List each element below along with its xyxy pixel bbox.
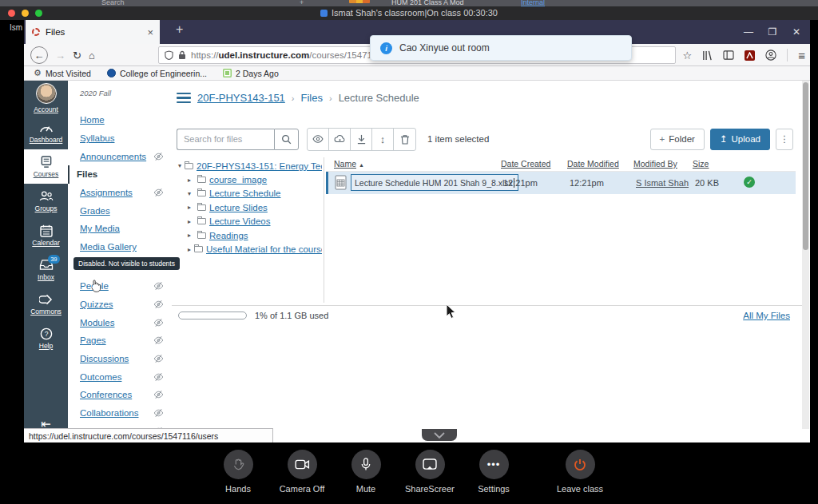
sidebar-toggle-icon[interactable]	[723, 50, 734, 60]
tree-folder[interactable]: ▸ course_image	[172, 173, 322, 186]
tree-folder-label[interactable]: Readings	[209, 231, 248, 240]
published-check-icon[interactable]: ✓	[744, 177, 755, 188]
bookmark-2-days-ago[interactable]: 2 Days Ago	[223, 69, 279, 78]
raise-hand-control[interactable]: Hands	[210, 450, 266, 494]
bookmark-college[interactable]: College of Engineerin...	[107, 69, 207, 78]
course-nav-item[interactable]: My Media	[68, 220, 172, 238]
tree-folder[interactable]: ▾ Lecture Schedule	[172, 187, 322, 200]
sidebar-item-account[interactable]: Account	[24, 81, 68, 115]
page-vertical-scrollbar[interactable]	[802, 81, 809, 429]
tree-root-folder[interactable]: ▾ 20F-PHYS143-151: Energy Technolog	[172, 159, 322, 173]
course-nav-item[interactable]: Quizzes	[68, 296, 172, 314]
scrollbar-thumb[interactable]	[803, 82, 808, 250]
caret-icon[interactable]: ▸	[188, 232, 194, 239]
course-nav-item[interactable]: Collaborations	[68, 404, 172, 423]
course-nav-item[interactable]: Conferences	[68, 386, 172, 404]
menu-icon[interactable]: ≡	[798, 49, 805, 62]
close-icon[interactable]: ✕	[783, 20, 810, 44]
lock-icon[interactable]	[178, 50, 186, 60]
table-row[interactable]: Lecture Schedule HUM 201 Shah 9_8.xlsx 1…	[326, 172, 796, 194]
tab-close-icon[interactable]: ×	[147, 26, 153, 38]
tree-folder-label[interactable]: Lecture Slides	[209, 203, 268, 212]
caret-icon[interactable]: ▾	[178, 162, 181, 169]
back-button[interactable]: ←	[30, 46, 48, 64]
sidebar-item-help[interactable]: ? Help	[24, 321, 68, 355]
tracking-shield-icon[interactable]	[165, 50, 173, 60]
restrict-access-button[interactable]	[329, 129, 351, 150]
tree-folder[interactable]: ▸ Useful Material for the course	[172, 242, 322, 256]
course-nav-item[interactable]: Discussions	[68, 350, 172, 368]
course-nav-item[interactable]: Announcements	[68, 147, 172, 165]
minimize-icon[interactable]: —	[735, 20, 762, 44]
breadcrumb-course[interactable]: 20F-PHYS143-151	[197, 92, 285, 104]
tree-folder-label[interactable]: Useful Material for the course	[206, 244, 322, 254]
caret-icon[interactable]: ▸	[188, 177, 194, 184]
tree-root-label[interactable]: 20F-PHYS143-151: Energy Technolog	[197, 161, 322, 171]
sidebar-item-calendar[interactable]: Calendar	[24, 218, 68, 252]
more-options-button[interactable]: ⋮	[776, 129, 793, 150]
share-screen-control[interactable]: ShareScreen	[402, 450, 458, 494]
sidebar-item-dashboard[interactable]: Dashboard	[24, 115, 68, 149]
column-header-date-modified[interactable]: Date Modified	[567, 159, 619, 169]
tree-folder-label[interactable]: Lecture Schedule	[209, 189, 281, 198]
course-nav-item[interactable]: Grades	[68, 201, 172, 220]
settings-control[interactable]: ••• Settings	[466, 450, 522, 494]
reload-button[interactable]: ↻	[73, 50, 81, 62]
sidebar-item-courses[interactable]: Courses	[24, 149, 68, 184]
browser-tab-files[interactable]: Files ×	[26, 20, 160, 44]
adobe-extension-icon[interactable]	[745, 50, 755, 61]
url-text[interactable]: https://udel.instructure.com/courses/154…	[191, 50, 387, 60]
course-nav-item[interactable]: Home	[68, 111, 172, 129]
breadcrumb-files[interactable]: Files	[301, 92, 323, 104]
restore-icon[interactable]: ❐	[759, 20, 786, 44]
mute-control[interactable]: Mute	[338, 450, 394, 494]
notification-toast[interactable]: i Cao Xinyue out room	[370, 35, 632, 61]
caret-icon[interactable]: ▸	[188, 218, 194, 225]
search-input[interactable]	[177, 129, 274, 150]
caret-icon[interactable]: ▸	[188, 204, 194, 211]
sidebar-item-commons[interactable]: Commons	[24, 287, 68, 321]
camera-control[interactable]: Camera Off	[274, 450, 330, 494]
modified-by-cell[interactable]: S Ismat Shah	[636, 178, 689, 188]
course-nav-item[interactable]: Pages	[68, 331, 172, 350]
course-nav-item[interactable]: Modules	[68, 313, 172, 331]
delete-button[interactable]	[394, 129, 415, 150]
tree-folder-label[interactable]: Lecture Videos	[209, 216, 271, 226]
move-button[interactable]: ↕	[372, 129, 394, 150]
caret-icon[interactable]: ▾	[188, 190, 194, 197]
course-nav-item[interactable]: Files	[68, 165, 172, 184]
leave-class-control[interactable]: Leave class	[552, 450, 608, 494]
course-nav-item[interactable]: Media Gallery	[68, 238, 172, 256]
download-button[interactable]	[351, 129, 372, 150]
forward-button[interactable]: →	[55, 50, 66, 62]
all-my-files-link[interactable]: All My Files	[743, 311, 790, 320]
upload-button[interactable]: ↥Upload	[710, 129, 770, 150]
account-icon[interactable]	[765, 50, 776, 61]
course-nav-item[interactable]: Outcomes	[68, 367, 172, 386]
bookmark-most-visited[interactable]: ⚙Most Visited	[34, 68, 91, 78]
new-tab-button[interactable]: +	[169, 22, 189, 37]
tree-folder[interactable]: ▸ Lecture Videos	[172, 215, 322, 228]
bookmark-star-icon[interactable]: ☆	[683, 50, 693, 62]
add-folder-button[interactable]: +Folder	[650, 129, 705, 150]
tree-folder[interactable]: ▸ Readings	[172, 228, 322, 242]
column-header-date-created[interactable]: Date Created	[501, 159, 550, 169]
sidebar-item-groups[interactable]: Groups	[24, 184, 68, 218]
tree-folder[interactable]: ▸ Lecture Slides	[172, 200, 322, 214]
file-name-edit-field[interactable]: Lecture Schedule HUM 201 Shah 9_8.xlsx	[351, 174, 518, 191]
library-icon[interactable]	[702, 50, 713, 61]
course-menu-icon[interactable]	[177, 93, 191, 104]
course-nav-item[interactable]: Syllabus	[68, 129, 172, 148]
caret-icon[interactable]: ▸	[188, 246, 191, 253]
preview-button[interactable]	[308, 129, 329, 150]
column-header-size[interactable]: Size	[693, 159, 709, 169]
toolbar-collapse-tab[interactable]	[422, 429, 457, 441]
search-button[interactable]	[274, 129, 299, 150]
tree-folder-label[interactable]: course_image	[209, 175, 267, 185]
course-nav-item[interactable]: Assignments	[68, 184, 172, 202]
home-button[interactable]: ⌂	[89, 50, 95, 62]
column-header-modified-by[interactable]: Modified By	[633, 159, 677, 169]
sidebar-item-inbox[interactable]: 39 Inbox	[24, 252, 68, 287]
column-header-name[interactable]: Name▲	[334, 159, 364, 169]
course-nav-item[interactable]: People	[68, 277, 172, 296]
